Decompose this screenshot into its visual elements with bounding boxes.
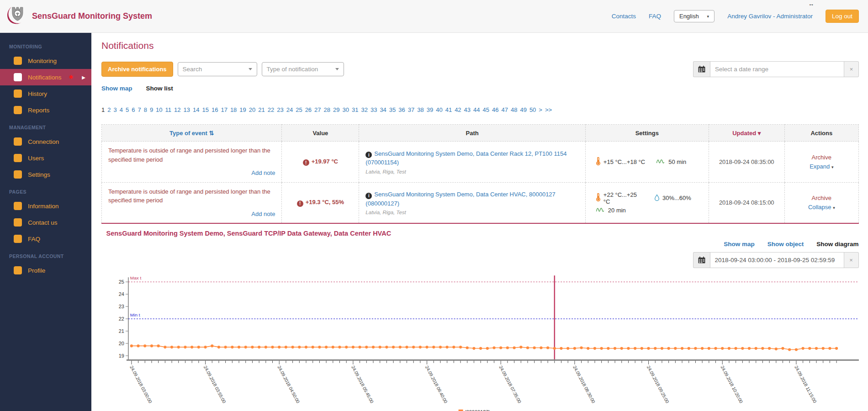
- page-link-43[interactable]: 43: [464, 106, 471, 113]
- page-link-21[interactable]: 21: [258, 106, 265, 113]
- page-link-11[interactable]: 11: [165, 106, 172, 113]
- search-select[interactable]: Search: [178, 62, 257, 76]
- next-page-link[interactable]: >: [539, 106, 542, 113]
- page-link-27[interactable]: 27: [314, 106, 321, 113]
- sidebar-item-profile[interactable]: Profile: [0, 262, 91, 279]
- page-link-20[interactable]: 20: [249, 106, 255, 113]
- page-link-34[interactable]: 34: [380, 106, 386, 113]
- info-icon[interactable]: i: [365, 193, 372, 199]
- search-placeholder: Search: [183, 66, 202, 73]
- sidebar-item-information[interactable]: Information: [0, 198, 91, 214]
- page-link-47[interactable]: 47: [501, 106, 508, 113]
- faq-link[interactable]: FAQ: [649, 13, 661, 20]
- clear-date-button[interactable]: ×: [844, 61, 859, 77]
- page-link-17[interactable]: 17: [221, 106, 227, 113]
- page-link-5[interactable]: 5: [126, 106, 129, 113]
- page-link-45[interactable]: 45: [483, 106, 489, 113]
- archive-action-link[interactable]: Archive: [791, 195, 852, 201]
- page-link-7[interactable]: 7: [138, 106, 141, 113]
- page-link-2[interactable]: 2: [107, 106, 111, 113]
- column-header-updated[interactable]: Updated ▾: [709, 125, 784, 142]
- page-link-15[interactable]: 15: [202, 106, 208, 113]
- sidebar-item-label: Contact us: [28, 219, 58, 226]
- sidebar-item-label: Connection: [28, 138, 59, 145]
- data-point: [513, 346, 515, 349]
- page-link-31[interactable]: 31: [352, 106, 358, 113]
- sidebar-item-connection[interactable]: Connection: [0, 133, 91, 150]
- contacts-link[interactable]: Contacts: [612, 13, 636, 20]
- page-link-37[interactable]: 37: [408, 106, 414, 113]
- page-link-40[interactable]: 40: [436, 106, 442, 113]
- archive-notifications-button[interactable]: Archive notifications: [101, 62, 173, 77]
- page-link-24[interactable]: 24: [286, 106, 293, 113]
- page-link-18[interactable]: 18: [230, 106, 237, 113]
- data-point: [177, 346, 180, 348]
- page-link-42[interactable]: 42: [455, 106, 461, 113]
- detail-date-range-input[interactable]: [710, 252, 844, 268]
- page-link-41[interactable]: 41: [445, 106, 452, 113]
- page-link-22[interactable]: 22: [268, 106, 274, 113]
- page-link-48[interactable]: 48: [511, 106, 517, 113]
- calendar-icon[interactable]: [693, 252, 710, 268]
- sensor-path-link[interactable]: SensGuard Monitoring System Demo, Data C…: [365, 150, 566, 166]
- detail-show-map-link[interactable]: Show map: [724, 241, 755, 248]
- page-link-14[interactable]: 14: [193, 106, 199, 113]
- info-icon[interactable]: i: [365, 152, 372, 158]
- archive-action-link[interactable]: Archive: [791, 154, 852, 161]
- page-link-32[interactable]: 32: [361, 106, 367, 113]
- page-link-3[interactable]: 3: [113, 106, 116, 113]
- page-link-16[interactable]: 16: [212, 106, 218, 113]
- last-page-link[interactable]: >>: [545, 106, 552, 113]
- sensor-path-link[interactable]: SensGuard Monitoring System Demo, Data C…: [365, 191, 555, 207]
- page-link-8[interactable]: 8: [144, 106, 147, 113]
- page-link-12[interactable]: 12: [174, 106, 180, 113]
- page-link-29[interactable]: 29: [333, 106, 339, 113]
- page-link-23[interactable]: 23: [277, 106, 283, 113]
- sidebar-item-contact-us[interactable]: Contact us: [0, 214, 91, 231]
- clear-date-button[interactable]: ×: [844, 252, 859, 268]
- sidebar-item-history[interactable]: History: [0, 85, 91, 102]
- calendar-icon[interactable]: [693, 61, 710, 77]
- data-point: [318, 346, 321, 348]
- add-note-link[interactable]: Add note: [108, 210, 275, 219]
- data-point: [788, 348, 791, 351]
- logout-button[interactable]: Log out: [826, 10, 859, 23]
- page-link-44[interactable]: 44: [473, 106, 480, 113]
- page-link-13[interactable]: 13: [184, 106, 190, 113]
- detail-show-object-link[interactable]: Show object: [767, 241, 804, 248]
- sidebar-item-users[interactable]: Users: [0, 150, 91, 166]
- page-link-4[interactable]: 4: [120, 106, 123, 113]
- data-point: [398, 346, 401, 348]
- page-link-49[interactable]: 49: [520, 106, 526, 113]
- collapse-toggle-link[interactable]: Collapse ▾: [791, 204, 852, 211]
- page-link-25[interactable]: 25: [296, 106, 302, 113]
- page-link-39[interactable]: 39: [427, 106, 433, 113]
- user-profile-link[interactable]: Andrey Gavrilov - Administrator: [727, 13, 813, 20]
- page-link-46[interactable]: 46: [492, 106, 498, 113]
- sidebar-item-faq[interactable]: FAQ: [0, 231, 91, 247]
- expand-toggle-link[interactable]: Expand ▾: [791, 163, 852, 170]
- column-header-type-of-event[interactable]: Type of event ⇅: [102, 125, 282, 142]
- sidebar-item-settings[interactable]: Settings: [0, 166, 91, 183]
- page-link-26[interactable]: 26: [305, 106, 312, 113]
- alert-icon: !: [303, 159, 309, 166]
- sidebar-item-reports[interactable]: Reports: [0, 102, 91, 118]
- page-link-30[interactable]: 30: [343, 106, 349, 113]
- add-note-link[interactable]: Add note: [108, 169, 275, 178]
- language-select[interactable]: English ▾: [674, 10, 715, 22]
- sidebar-item-monitoring[interactable]: Monitoring: [0, 53, 91, 69]
- page-link-35[interactable]: 35: [389, 106, 396, 113]
- page-link-10[interactable]: 10: [156, 106, 162, 113]
- show-map-link[interactable]: Show map: [101, 85, 132, 92]
- notification-type-select[interactable]: Type of notification: [262, 62, 344, 76]
- date-range-input[interactable]: [710, 61, 844, 77]
- page-link-36[interactable]: 36: [398, 106, 405, 113]
- page-link-50[interactable]: 50: [529, 106, 536, 113]
- page-link-28[interactable]: 28: [324, 106, 330, 113]
- page-link-6[interactable]: 6: [132, 106, 135, 113]
- page-link-38[interactable]: 38: [417, 106, 423, 113]
- page-link-19[interactable]: 19: [239, 106, 246, 113]
- sidebar-item-notifications[interactable]: Notifications✱▶: [0, 69, 91, 85]
- page-link-33[interactable]: 33: [370, 106, 377, 113]
- page-link-9[interactable]: 9: [150, 106, 153, 113]
